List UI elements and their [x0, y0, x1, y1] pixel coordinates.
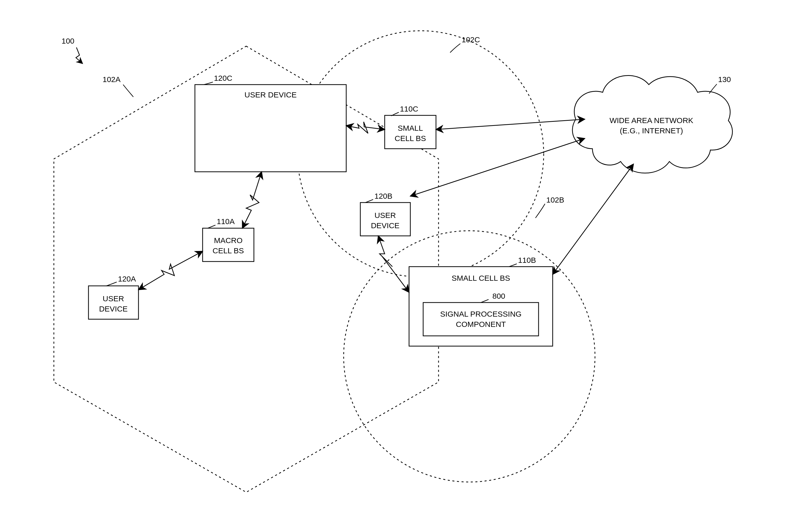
node-user-device-c: USER DEVICE 120C	[195, 74, 346, 172]
wan-ref: 130	[718, 75, 731, 83]
wan-label-1: WIDE AREA NETWORK	[610, 116, 693, 125]
figure-ref: 100	[61, 37, 82, 63]
small-bs-c-label-2: CELL BS	[395, 134, 426, 142]
link-smallC-to-wan	[436, 119, 585, 130]
small-bs-c-label-1: SMALL	[398, 124, 423, 132]
network-diagram: 100 102A 102C 102B WIDE AREA NETWORK (E.…	[0, 0, 804, 532]
user-device-b-label-2: DEVICE	[371, 221, 399, 230]
link-macro-to-wan	[410, 138, 585, 196]
node-wan: WIDE AREA NETWORK (E.G., INTERNET) 130	[573, 75, 732, 173]
small-bs-b-ref: 110B	[518, 256, 536, 264]
svg-rect-9	[423, 303, 539, 336]
node-small-bs-b: SMALL CELL BS 110B SIGNAL PROCESSING COM…	[409, 256, 553, 346]
small-bs-c-ref: 110C	[400, 104, 418, 113]
node-user-device-b: USER DEVICE 120B	[360, 192, 410, 236]
sig-proc-label-1: SIGNAL PROCESSING	[440, 310, 521, 318]
macro-bs-label-1: MACRO	[214, 236, 243, 245]
link-macro-to-userC	[242, 172, 262, 228]
link-userB-to-smallB	[378, 236, 409, 292]
link-smallB-to-wan	[553, 164, 633, 274]
macro-bs-label-2: CELL BS	[212, 246, 244, 255]
node-macro-bs: MACRO CELL BS 110A	[203, 217, 254, 262]
user-device-c-label: USER DEVICE	[244, 91, 297, 99]
figure-ref-label: 100	[61, 37, 74, 45]
region-circle-top-ref: 102C	[462, 35, 480, 44]
user-device-b-ref: 120B	[374, 192, 392, 200]
user-device-a-label-1: USER	[102, 294, 124, 303]
wan-label-2: (E.G., INTERNET)	[620, 127, 683, 135]
user-device-b-label-1: USER	[374, 211, 396, 220]
svg-rect-6	[203, 228, 254, 262]
sig-proc-ref: 800	[492, 292, 505, 300]
link-userC-to-smallC	[346, 122, 385, 133]
link-macro-to-userA	[138, 251, 203, 290]
user-device-c-ref: 120C	[214, 74, 232, 82]
region-circle-bottom-ref: 102B	[546, 196, 564, 204]
macro-bs-ref: 110A	[217, 217, 235, 226]
sig-proc-label-2: COMPONENT	[456, 320, 506, 328]
node-small-bs-c: SMALL CELL BS 110C	[385, 104, 436, 149]
user-device-a-ref: 120A	[118, 274, 136, 283]
region-hexagon-ref: 102A	[102, 75, 120, 83]
small-bs-b-label: SMALL CELL BS	[452, 274, 510, 282]
user-device-a-label-2: DEVICE	[99, 305, 128, 313]
node-user-device-a: USER DEVICE 120A	[89, 274, 138, 319]
